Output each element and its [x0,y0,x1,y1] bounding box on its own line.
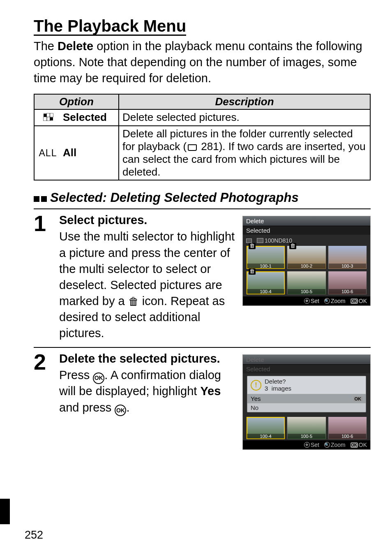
intro-paragraph: The Delete option in the playback menu c… [34,38,371,86]
confirm-yes[interactable]: Yes OK [247,394,366,403]
nav-icon: ✥ [304,442,310,448]
zoom-icon: 🔍 [324,442,330,448]
col-option: Option [34,94,119,109]
thumb-trash-icon: 🗑 [249,243,256,249]
step-1-number: 1 [34,213,52,234]
step-1-screenshot: Delete Selected 100ND810 🗑100-1 🗑100-2 1… [242,216,371,306]
shot-subtitle: Selected [243,365,370,373]
squares-icon [34,196,47,202]
shot-subtitle: Selected [243,226,370,235]
table-row: ALL All Delete all pictures in the folde… [34,126,370,180]
all-label: All [61,126,119,180]
camera-screenshot-confirm: Delete Selected ! Delete? 3 images Yes O… [242,354,371,450]
selected-label: Selected [61,109,119,125]
step-2-number: 2 [34,352,52,372]
camera-screenshot: Delete Selected 100ND810 🗑100-1 🗑100-2 1… [242,216,371,306]
all-icon: ALL [34,126,61,180]
subheading: Selected: Deleting Selected Photographs [34,190,371,205]
zoom-icon: 🔍 [324,298,330,304]
trash-icon: 🗑 [128,295,139,308]
confirm-question: Delete? [265,378,291,385]
step-1-text: Use the multi selector to highlight a pi… [59,229,235,341]
shot-footer: ✥Set 🔍Zoom OKOK [243,440,370,449]
ok-button-icon: OK [93,373,104,384]
book-ref-icon [188,144,197,151]
intro-bold: Delete [58,39,93,53]
ok-icon: OK [353,396,363,401]
ok-icon: OK [350,298,358,304]
thumb-trash-icon: 🗑 [289,243,296,249]
selected-desc: Delete selected pictures. [119,109,370,125]
ok-icon: OK [350,442,358,448]
folder-icon [257,238,263,243]
step-2-title: Delete the selected pictures. [59,352,235,366]
step-2: 2 Delete the selected pictures. Press OK… [34,347,371,456]
thumbnail-row: 100-4 100-5 100-6 [243,415,370,440]
page-title: The Playback Menu [34,17,186,36]
shot-title: Delete [243,355,370,365]
step-2-text: Press OK. A confirmation dialog will be … [59,367,235,415]
shot-footer: ✥Set 🔍Zoom OKOK [243,296,370,305]
step-1-title: Select pictures. [59,213,235,227]
folder-name: 100ND810 [265,237,292,244]
ok-button-icon: OK [115,405,126,416]
side-tab [0,499,10,524]
page-number: 252 [25,529,43,541]
confirm-dialog: ! Delete? 3 images Yes OK No [247,376,366,412]
step-2-screenshot: Delete Selected ! Delete? 3 images Yes O… [242,354,371,450]
selected-icon: ■□□□□■ [34,109,61,125]
warning-icon: ! [251,380,261,391]
thumbnail-grid: 🗑100-1 🗑100-2 100-3 🗑100-4 100-5 100-6 [246,245,367,295]
options-table: Option Description ■□□□□■ Selected Delet… [34,94,371,180]
nav-icon: ✥ [304,298,310,304]
table-row: ■□□□□■ Selected Delete selected pictures… [34,109,370,125]
col-description: Description [119,94,370,109]
confirm-no[interactable]: No [247,403,366,412]
thumb-trash-icon: 🗑 [249,268,256,274]
step-1: 1 Select pictures. Use the multi selecto… [34,208,371,347]
all-desc: Delete all pictures in the folder curren… [119,126,370,180]
subheading-text: Selected: Deleting Selected Photographs [50,190,299,205]
intro-before: The [34,39,58,53]
card-icon [246,238,252,243]
folder-row: 100ND810 [246,237,367,244]
shot-title: Delete [243,216,370,226]
